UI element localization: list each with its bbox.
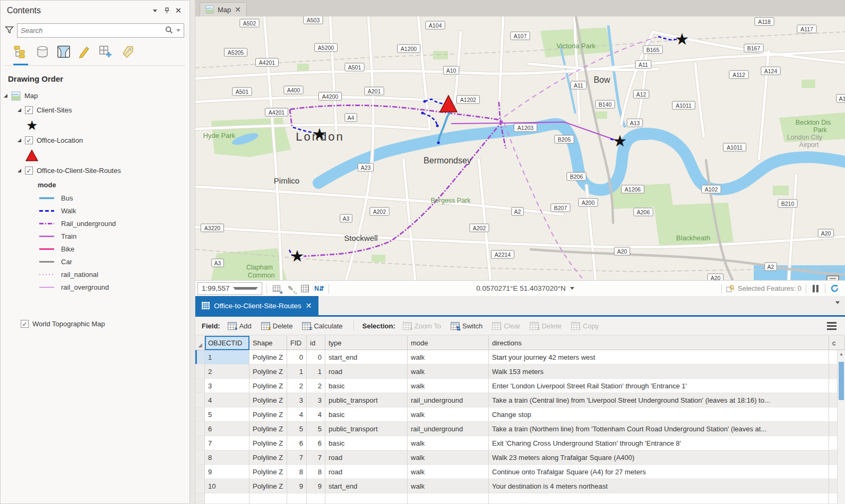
column-header-shape[interactable]: Shape (249, 336, 287, 350)
table-row[interactable]: 9Polyline Z88roadwalkContinue onto Trafa… (195, 465, 845, 479)
cell-shape[interactable]: Polyline Z (249, 364, 287, 379)
expand-icon[interactable] (18, 138, 21, 142)
legend-item-rail_national[interactable]: rail_national (4, 268, 189, 281)
cell-id[interactable]: 9 (307, 479, 325, 493)
tree-item-map[interactable]: Map (4, 89, 189, 103)
cell-shape[interactable]: Polyline Z (249, 465, 287, 479)
cell-mode[interactable]: walk (408, 364, 489, 379)
cell-directions[interactable]: Enter 'London Liverpool Street Rail Stat… (489, 379, 829, 393)
cell-mode[interactable]: walk (408, 465, 489, 479)
cell-type[interactable]: start_end (325, 479, 408, 493)
table-row[interactable]: 7Polyline Z66basicwalkExit 'Charing Cros… (195, 436, 845, 450)
cell-id[interactable]: 7 (307, 450, 325, 465)
cell-directions[interactable]: Take a train (Central line) from 'Liverp… (489, 393, 829, 407)
row-selector[interactable] (195, 422, 205, 436)
table-row[interactable]: 4Polyline Z33public_transportrail_underg… (195, 393, 845, 407)
cell-id[interactable]: 3 (307, 393, 325, 407)
cell-type[interactable]: basic (325, 407, 408, 422)
tab-list-by-snapping[interactable] (98, 45, 113, 65)
cell-objectid[interactable]: 5 (205, 407, 249, 422)
tab-list-by-editing[interactable] (78, 45, 91, 65)
cell-id[interactable]: 6 (307, 436, 325, 450)
cell-fid[interactable]: 7 (287, 450, 307, 465)
cell-directions[interactable]: Exit 'Charing Cross Underground Station'… (489, 436, 829, 450)
row-selector[interactable] (195, 393, 205, 407)
expand-icon[interactable] (4, 94, 7, 98)
pin-icon[interactable] (161, 5, 173, 16)
layer-checkbox[interactable]: ✓ (25, 136, 33, 144)
map-canvas[interactable]: A502A503A104A107A118A117A5200A1200B165B1… (195, 16, 845, 280)
tab-list-by-drawing-order[interactable] (13, 45, 28, 65)
column-header-clipped[interactable]: c (829, 336, 845, 350)
pane-menu-caret-icon[interactable] (149, 5, 161, 16)
row-selector[interactable] (195, 465, 205, 479)
table-row[interactable]: 1Polyline Z00start_endwalkStart your jou… (195, 350, 845, 364)
cell-mode[interactable]: walk (408, 379, 489, 393)
cell-objectid[interactable]: 7 (205, 436, 249, 450)
close-icon[interactable]: ✕ (173, 5, 184, 16)
panel-splitter[interactable] (190, 0, 195, 504)
cell-objectid[interactable]: 8 (205, 450, 249, 465)
cell-mode[interactable]: walk (408, 350, 489, 364)
cell-type[interactable]: public_transport (325, 393, 408, 407)
add-feature-icon[interactable]: + (271, 283, 281, 293)
scrollbar-thumb[interactable] (839, 362, 844, 400)
search-box[interactable] (17, 23, 184, 38)
coordinate-readout[interactable]: 0.0570271°E 51.4037020°N (476, 284, 574, 292)
cell-objectid[interactable]: 4 (205, 393, 249, 407)
row-selector[interactable] (195, 436, 205, 450)
cell-directions[interactable]: Take a train (Northern line) from 'Totte… (489, 422, 829, 436)
cell-shape[interactable]: Polyline Z (249, 350, 287, 364)
column-header-mode[interactable]: mode (408, 336, 489, 350)
row-selector[interactable] (195, 379, 205, 393)
row-selector[interactable] (195, 364, 205, 379)
cell-objectid[interactable]: 6 (205, 422, 249, 436)
search-input[interactable] (21, 27, 165, 34)
cell-shape[interactable]: Polyline Z (249, 407, 287, 422)
cell-fid[interactable]: 8 (287, 465, 307, 479)
cell-fid[interactable]: 6 (287, 436, 307, 450)
cell-id[interactable]: 4 (307, 407, 325, 422)
table-row[interactable]: 5Polyline Z44basicwalkChange stop (195, 407, 845, 422)
tree-item-basemap[interactable]: ✓ World Topographic Map (4, 317, 189, 331)
cell-objectid[interactable]: 1 (205, 350, 249, 364)
table-vertical-scrollbar[interactable]: ▲ (837, 350, 845, 504)
cell-id[interactable]: 8 (307, 465, 325, 479)
column-header-id[interactable]: id (307, 336, 325, 350)
table-row[interactable]: 8Polyline Z77roadwalkWalk 23 meters alon… (195, 450, 845, 465)
cell-directions[interactable]: Start your journey 42 meters west (489, 350, 829, 364)
row-selector[interactable] (195, 407, 205, 422)
cell-mode[interactable]: rail_underground (408, 422, 489, 436)
legend-item-walk[interactable]: Walk (4, 204, 189, 217)
close-map-tab-icon[interactable]: ✕ (235, 5, 241, 14)
legend-item-train[interactable]: Train (4, 230, 189, 242)
table-row[interactable]: 6Polyline Z55public_transportrail_underg… (195, 422, 845, 436)
table-menu-icon[interactable] (825, 320, 839, 332)
cell-directions[interactable]: Continue onto Trafalgar Square (A4) for … (489, 465, 829, 479)
cell-mode[interactable]: rail_underground (408, 393, 489, 407)
cell-directions[interactable]: Walk 153 meters (489, 364, 829, 379)
edit-vertices-icon[interactable]: ✎⠢ (286, 283, 296, 293)
refresh-icon[interactable] (830, 283, 840, 293)
cell-id[interactable]: 0 (307, 350, 325, 364)
cell-directions[interactable]: Change stop (489, 407, 829, 422)
legend-item-bus[interactable]: Bus (4, 192, 189, 204)
layer-checkbox[interactable]: ✓ (21, 320, 29, 328)
cell-mode[interactable]: walk (408, 450, 489, 465)
cell-type[interactable]: start_end (325, 350, 408, 364)
legend-item-rail_underground[interactable]: Rail_underground (4, 217, 189, 230)
selected-features-indicator[interactable]: Selected Features: 0 (726, 284, 801, 292)
scroll-up-icon[interactable]: ▲ (838, 350, 845, 357)
column-header-directions[interactable]: directions (489, 336, 829, 350)
cell-directions[interactable]: Walk 23 meters along Trafalgar Square (A… (489, 450, 829, 465)
cell-id[interactable]: 2 (307, 379, 325, 393)
search-options-caret-icon[interactable] (176, 29, 180, 32)
cell-type[interactable]: public_transport (325, 422, 408, 436)
column-header-objectid[interactable]: OBJECTID (205, 336, 249, 350)
tab-list-by-selection[interactable] (57, 45, 71, 65)
cell-shape[interactable]: Polyline Z (249, 450, 287, 465)
select-all-corner[interactable] (195, 336, 205, 350)
cell-mode[interactable]: walk (408, 436, 489, 450)
field-delete-button[interactable]: ×Delete (259, 320, 295, 332)
cell-shape[interactable]: Polyline Z (249, 422, 287, 436)
